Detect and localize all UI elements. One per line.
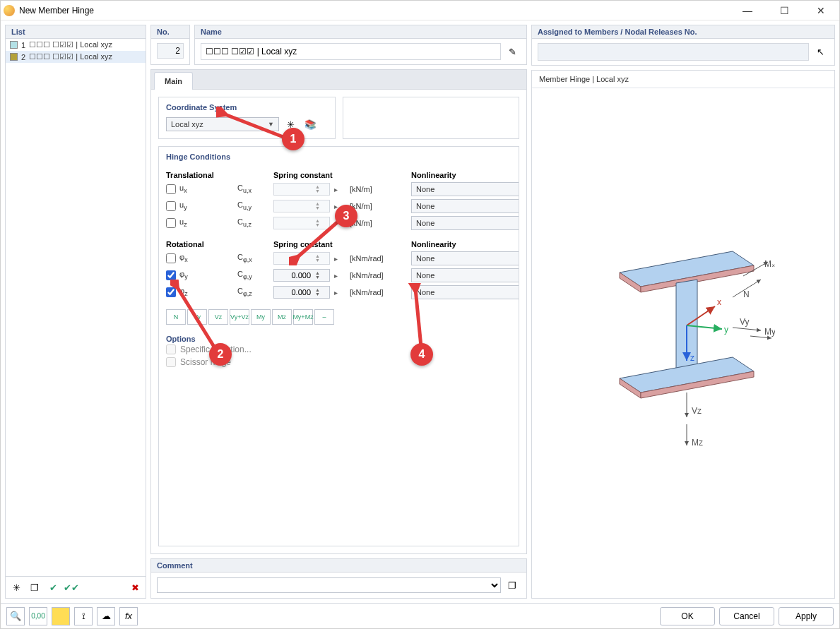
list-header: List	[6, 25, 146, 39]
list-item-label: ☐☐☐ ☐☑☑ | Local xyz	[29, 40, 112, 49]
window-title: New Member Hinge	[19, 6, 735, 16]
svg-text:x: x	[717, 297, 721, 307]
checkbox-phix[interactable]	[166, 253, 176, 263]
cancel-button[interactable]: Cancel	[719, 607, 774, 625]
preset-n[interactable]: N	[166, 309, 186, 325]
assigned-label: Assigned to Members / Nodal Releases No.	[532, 25, 834, 39]
close-button[interactable]: ✕	[808, 5, 834, 16]
preset-my[interactable]: My	[251, 309, 271, 325]
preset-vyvz[interactable]: Vy+Vz	[230, 309, 249, 325]
checkbox-uz[interactable]	[166, 218, 176, 228]
titlebar: New Member Hinge — ☐ ✕	[1, 1, 839, 20]
comment-combo[interactable]	[157, 577, 501, 593]
app-icon	[4, 5, 15, 16]
preset-vz[interactable]: Vz	[208, 309, 228, 325]
svg-text:z: z	[690, 353, 694, 363]
expand-icon[interactable]: ▸	[334, 220, 345, 227]
preset-mz[interactable]: Mz	[272, 309, 292, 325]
label-phiy: φy	[179, 270, 188, 280]
bottom-toolbar: 🔍 0,00 ⟟ ☁ fx OK Cancel Apply	[1, 603, 839, 628]
svg-line-17	[733, 328, 761, 330]
copy-icon[interactable]: ❐	[26, 579, 43, 596]
list-item-num: 2	[21, 53, 25, 61]
svg-text:N: N	[743, 289, 750, 299]
spring-input-phix[interactable]: ▲▼	[273, 252, 330, 265]
unit-ux: [kN/m]	[350, 185, 389, 193]
nonlin-combo-uz[interactable]: None▼	[411, 216, 519, 230]
expand-icon[interactable]: ▸	[334, 186, 345, 193]
comment-history-icon[interactable]: ❐	[504, 577, 521, 594]
spring-label-uz: Cu,z	[237, 217, 269, 228]
coord-lib-icon[interactable]: 📚	[302, 116, 319, 133]
comment-box: Comment ❐	[150, 558, 527, 599]
model-icon[interactable]: ⟟	[74, 607, 93, 625]
checkbox-phiy[interactable]	[166, 270, 176, 280]
rotational-header: Rotational	[166, 240, 233, 248]
color-icon[interactable]	[52, 607, 70, 625]
nonlin-combo-uy[interactable]: None▼	[411, 199, 519, 213]
spring-header-rot: Spring constant	[273, 240, 389, 248]
expand-icon[interactable]: ▸	[334, 272, 345, 280]
preset-clear[interactable]: –	[314, 309, 334, 325]
coord-new-icon[interactable]: ✳	[282, 116, 299, 133]
preset-vy[interactable]: Vy	[187, 309, 207, 325]
list-item[interactable]: 2 ☐☐☐ ☐☑☑ | Local xyz	[6, 51, 146, 63]
fx-icon[interactable]: fx	[119, 607, 138, 625]
label-phiz: φz	[179, 287, 188, 297]
spring-label-phiy: Cφ,y	[237, 270, 269, 280]
preview-panel: Member Hinge | Local xyz	[531, 70, 835, 599]
nonlin-combo-phiz[interactable]: None▼	[411, 285, 519, 299]
no-input[interactable]	[157, 43, 184, 59]
label-scissor: Scissor hinge	[180, 357, 231, 367]
blank-panel	[343, 97, 520, 139]
translational-header: Translational	[166, 171, 233, 179]
expand-icon[interactable]: ▸	[334, 203, 345, 210]
checkbox-specific[interactable]	[166, 345, 176, 354]
tab-main[interactable]: Main	[154, 72, 193, 90]
preset-row: N Vy Vz Vy+Vz My Mz My+Mz –	[166, 309, 511, 325]
delete-icon[interactable]: ✖	[126, 579, 143, 596]
swatch-icon	[10, 53, 18, 61]
apply-button[interactable]: Apply	[779, 607, 834, 625]
checkbox-phiz[interactable]	[166, 287, 176, 297]
expand-icon[interactable]: ▸	[334, 289, 345, 296]
coord-title: Coordinate System	[166, 103, 328, 112]
assigned-input[interactable]	[538, 43, 809, 61]
coord-system-combo[interactable]: Local xyz ▼	[166, 117, 279, 131]
ok-button[interactable]: OK	[660, 607, 715, 625]
spring-input-phiz[interactable]: ▲▼	[273, 286, 330, 299]
checkbox-uy[interactable]	[166, 201, 176, 211]
label-uy: uy	[179, 200, 187, 211]
name-input[interactable]	[201, 43, 501, 60]
spring-input-phiy[interactable]: ▲▼	[273, 269, 330, 282]
spring-input-ux[interactable]: ▲▼	[273, 183, 330, 196]
nonlin-combo-ux[interactable]: None▼	[411, 182, 519, 196]
svg-text:Vz: Vz	[692, 406, 702, 416]
preset-mymz[interactable]: My+Mz	[293, 309, 313, 325]
list-item[interactable]: 1 ☐☐☐ ☐☑☑ | Local xyz	[6, 39, 146, 51]
spring-input-uy[interactable]: ▲▼	[273, 200, 330, 212]
edit-name-icon[interactable]: ✎	[504, 43, 521, 60]
minimize-button[interactable]: —	[735, 5, 760, 16]
spring-input-uz[interactable]: ▲▼	[273, 217, 330, 229]
units-icon[interactable]: 0,00	[29, 607, 47, 625]
pick-members-icon[interactable]: ↖	[812, 44, 829, 61]
hinge-conditions-section: Hinge Conditions Translational Spring co…	[158, 146, 519, 546]
check-icon[interactable]: ✔	[45, 579, 61, 596]
svg-text:y: y	[724, 325, 728, 335]
hinge-title: Hinge Conditions	[166, 152, 511, 161]
assigned-box: Assigned to Members / Nodal Releases No.…	[531, 25, 835, 66]
new-icon[interactable]: ✳	[8, 579, 25, 596]
nonlin-combo-phix[interactable]: None▼	[411, 251, 519, 265]
maximize-button[interactable]: ☐	[771, 5, 797, 16]
checkbox-ux[interactable]	[166, 184, 176, 194]
search-icon[interactable]: 🔍	[6, 607, 25, 625]
nonlin-combo-phiy[interactable]: None▼	[411, 268, 519, 282]
check-all-icon[interactable]: ✔✔	[63, 579, 80, 596]
nonlin-header: Nonlinearity	[411, 171, 519, 179]
checkbox-scissor[interactable]	[166, 357, 176, 367]
svg-text:Vy: Vy	[740, 317, 750, 327]
expand-icon[interactable]: ▸	[334, 255, 345, 263]
nonlin-header-rot: Nonlinearity	[411, 240, 519, 248]
cloud-icon[interactable]: ☁	[97, 607, 115, 625]
